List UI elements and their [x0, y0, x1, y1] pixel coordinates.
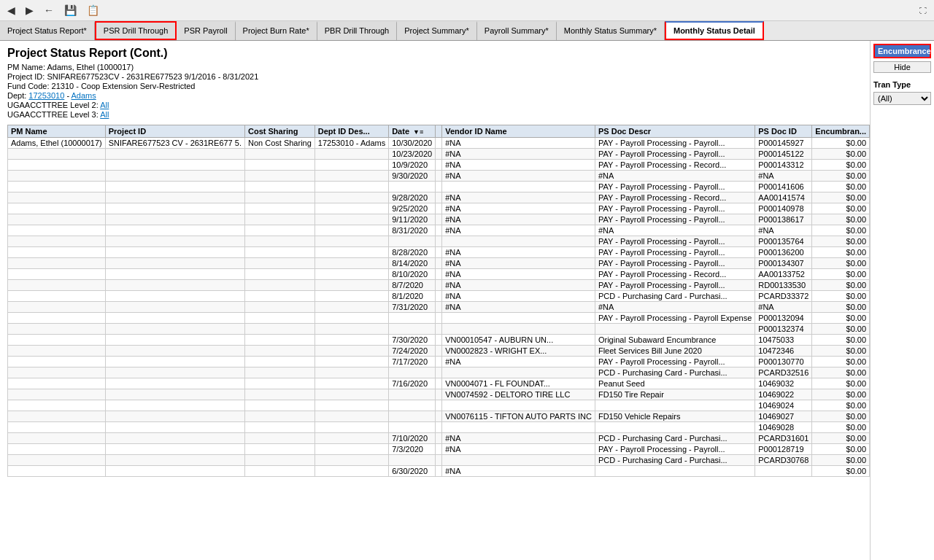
- table-cell: PCD - Purchasing Card - Purchasi...: [595, 455, 754, 466]
- table-cell: [8, 302, 106, 313]
- table-cell: [436, 422, 442, 433]
- ugacc3-link[interactable]: All: [100, 110, 109, 119]
- table-cell: $0.00: [812, 400, 870, 411]
- table-cell: [105, 149, 244, 160]
- table-cell: P000145927: [755, 138, 812, 149]
- col-pm-name: PM Name: [8, 125, 106, 138]
- table-cell: #NA: [442, 214, 595, 225]
- table-cell: #NA: [442, 444, 595, 455]
- table-cell: 9/30/2020: [389, 171, 436, 182]
- hide-button[interactable]: Hide: [873, 61, 931, 73]
- forward-button[interactable]: ▶: [23, 3, 36, 18]
- table-cell: [244, 368, 314, 378]
- table-cell: [105, 269, 244, 280]
- tab-project-burn-rate[interactable]: Project Burn Rate*: [236, 21, 317, 40]
- table-cell: [436, 313, 442, 324]
- table-cell: 17253010 - Adams: [314, 138, 388, 149]
- table-cell: [436, 302, 442, 313]
- table-cell: [8, 247, 106, 258]
- table-cell: FD150 Vehicle Repairs: [595, 411, 754, 422]
- tab-payroll-summary[interactable]: Payroll Summary*: [477, 21, 557, 40]
- table-cell: [105, 378, 244, 389]
- table-cell: [389, 324, 436, 335]
- project-value: SNIFARE677523CV - 2631RE677523 9/1/2016 …: [47, 72, 258, 81]
- table-cell: [244, 455, 314, 466]
- table-cell: $0.00: [812, 192, 870, 203]
- table-cell: [436, 258, 442, 269]
- save-button[interactable]: 💾: [61, 3, 80, 18]
- table-cell: $0.00: [812, 313, 870, 324]
- table-cell: PAY - Payroll Processing - Payroll...: [595, 357, 754, 368]
- table-cell: PCD - Purchasing Card - Purchasi...: [595, 433, 754, 444]
- table-cell: [8, 455, 106, 466]
- table-cell: 7/30/2020: [389, 335, 436, 346]
- export-button[interactable]: 📋: [84, 3, 102, 18]
- table-row: 9/25/2020#NAPAY - Payroll Processing - P…: [8, 203, 871, 214]
- table-row: 8/7/2020#NAPAY - Payroll Processing - Pa…: [8, 280, 871, 291]
- table-cell: [314, 455, 388, 466]
- table-cell: [8, 444, 106, 455]
- table-cell: [436, 192, 442, 203]
- tab-psr-drill-through[interactable]: PSR Drill Through: [95, 21, 177, 40]
- table-cell: PAY - Payroll Processing - Payroll...: [595, 280, 754, 291]
- tab-psr-payroll[interactable]: PSR Payroll: [177, 21, 235, 40]
- table-cell: #NA: [442, 433, 595, 444]
- table-row: 7/10/2020#NAPCD - Purchasing Card - Purc…: [8, 433, 871, 444]
- table-cell: 10469027: [755, 411, 812, 422]
- tab-project-summary[interactable]: Project Summary*: [397, 21, 477, 40]
- table-cell: [8, 171, 106, 182]
- ugacc2-link[interactable]: All: [100, 101, 109, 109]
- back-alt-button[interactable]: ←: [41, 3, 57, 18]
- table-cell: $0.00: [812, 214, 870, 225]
- table-cell: [244, 313, 314, 324]
- table-cell: [105, 225, 244, 236]
- table-cell: P000132094: [755, 313, 812, 324]
- table-cell: Original Subaward Encumbrance: [595, 335, 754, 346]
- table-cell: $0.00: [812, 171, 870, 182]
- table-cell: 10472346: [755, 346, 812, 357]
- tran-type-select[interactable]: (All): [873, 92, 931, 105]
- table-cell: PCD - Purchasing Card - Purchasi...: [595, 291, 754, 302]
- table-cell: [436, 324, 442, 335]
- table-cell: [314, 378, 388, 389]
- table-cell: [244, 324, 314, 335]
- tab-pbr-drill-through[interactable]: PBR Drill Through: [317, 21, 397, 40]
- dept-label: Dept:: [7, 91, 26, 100]
- table-cell: 10475033: [755, 335, 812, 346]
- table-cell: [314, 368, 388, 378]
- table-cell: $0.00: [812, 269, 870, 280]
- table-cell: #NA: [755, 302, 812, 313]
- table-cell: [244, 302, 314, 313]
- tab-project-status-report[interactable]: Project Status Report*: [0, 21, 95, 40]
- dept-link[interactable]: 17253010: [28, 91, 64, 100]
- table-row: 10/9/2020#NAPAY - Payroll Processing - R…: [8, 160, 871, 171]
- table-cell: RD00133530: [755, 280, 812, 291]
- tab-monthly-status-summary[interactable]: Monthly Status Summary*: [557, 21, 665, 40]
- tab-monthly-status-detail[interactable]: Monthly Status Detail: [665, 21, 764, 40]
- table-cell: [314, 192, 388, 203]
- table-row: 8/10/2020#NAPAY - Payroll Processing - R…: [8, 269, 871, 280]
- table-cell: PAY - Payroll Processing - Payroll...: [595, 203, 754, 214]
- table-cell: [105, 214, 244, 225]
- table-row: 7/17/2020#NAPAY - Payroll Processing - P…: [8, 357, 871, 368]
- table-cell: [8, 182, 106, 192]
- table-cell: AA00141574: [755, 192, 812, 203]
- tran-type-label: Tran Type: [873, 80, 931, 89]
- table-cell: [244, 236, 314, 247]
- table-cell: P000141606: [755, 182, 812, 192]
- col-date[interactable]: Date ▼≡: [389, 125, 436, 138]
- table-cell: [8, 400, 106, 411]
- table-cell: [105, 171, 244, 182]
- table-cell: [244, 149, 314, 160]
- table-cell: $0.00: [812, 324, 870, 335]
- table-cell: [105, 411, 244, 422]
- table-cell: [442, 422, 595, 433]
- main-layout: Project Status Report (Cont.) PM Name: A…: [0, 41, 934, 560]
- dept-name-link[interactable]: Adams: [72, 91, 96, 100]
- table-cell: 10/30/2020: [389, 138, 436, 149]
- table-cell: [8, 346, 106, 357]
- table-cell: [105, 160, 244, 171]
- table-cell: $0.00: [812, 346, 870, 357]
- back-button[interactable]: ◀: [4, 3, 18, 18]
- table-cell: [436, 225, 442, 236]
